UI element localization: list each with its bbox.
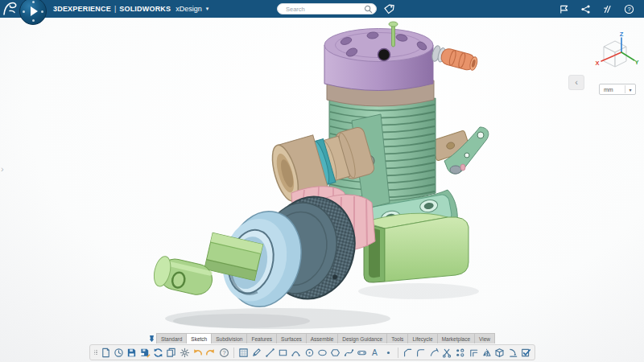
topbar-right-icons: ?	[558, 0, 634, 18]
left-flyout-toggle[interactable]: ›	[1, 164, 4, 174]
tab-assemble[interactable]: Assemble	[306, 333, 338, 343]
brand-title: 3DEXPERIENCE | SOLIDWORKS xDesign ▾	[53, 0, 208, 18]
toolbar-separator	[398, 348, 398, 358]
settings-icon[interactable]	[179, 347, 189, 359]
share-icon[interactable]	[580, 3, 591, 14]
brand-divider: |	[114, 5, 116, 13]
exit-sketch-icon[interactable]	[521, 347, 531, 359]
tab-lifecycle[interactable]: Lifecycle	[407, 333, 436, 343]
3d-viewport[interactable]	[0, 0, 644, 362]
axis-z-label: Z	[620, 31, 624, 38]
top-bar: 3DEXPERIENCE | SOLIDWORKS xDesign ▾	[0, 0, 644, 18]
tab-standard[interactable]: Standard	[156, 333, 186, 343]
pattern-icon[interactable]	[455, 347, 465, 359]
help-icon[interactable]: ?	[623, 3, 634, 14]
spline-icon[interactable]	[343, 347, 353, 359]
app-caret-icon[interactable]: ▾	[206, 6, 209, 12]
redo-icon[interactable]	[205, 347, 216, 359]
tab-marketplace[interactable]: Marketplace	[437, 333, 474, 343]
save-icon[interactable]	[126, 347, 137, 359]
sketch-icon[interactable]	[238, 347, 249, 359]
new-design-icon[interactable]	[100, 347, 110, 359]
part-pressure-fitting[interactable]	[431, 45, 479, 72]
tab-sketch[interactable]: Sketch	[186, 333, 211, 343]
part-cylinder-head[interactable]	[324, 29, 433, 91]
tab-tools[interactable]: Tools	[386, 333, 407, 343]
save-with-options-icon[interactable]	[139, 347, 150, 359]
action-bar-tabs: Standard Sketch Subdivision Features Sur…	[0, 333, 644, 343]
circle-icon[interactable]	[303, 347, 314, 359]
convert-icon[interactable]	[166, 347, 176, 359]
compass-play-icon	[31, 6, 38, 16]
text-icon[interactable]: A	[369, 347, 380, 359]
action-bar-toolbar: ? A	[89, 344, 535, 360]
convert-entities-icon[interactable]	[494, 347, 505, 359]
svg-text:A: A	[372, 348, 378, 357]
panel-collapse-button[interactable]: ‹	[568, 75, 584, 90]
svg-text:?: ?	[222, 349, 225, 356]
tags-icon[interactable]	[383, 3, 395, 15]
tab-surfaces[interactable]: Surfaces	[276, 333, 306, 343]
search-icon[interactable]	[364, 5, 373, 14]
engine-model[interactable]	[151, 22, 489, 315]
chamfer-icon[interactable]	[402, 347, 413, 359]
search-bar[interactable]	[277, 3, 377, 14]
action-bar-pin-icon[interactable]	[149, 335, 155, 343]
arc-icon[interactable]	[291, 347, 301, 359]
history-icon[interactable]	[114, 347, 124, 359]
tab-view[interactable]: View	[474, 333, 495, 343]
3ds-logo-icon[interactable]	[2, 1, 19, 17]
extend-icon[interactable]	[428, 347, 439, 359]
notifications-icon[interactable]	[558, 3, 569, 14]
tab-design-guidance[interactable]: Design Guidance	[337, 333, 386, 343]
ellipse-icon[interactable]	[317, 347, 328, 359]
units-value: mm	[600, 87, 625, 93]
mirror-icon[interactable]	[481, 347, 492, 359]
project-icon[interactable]	[507, 347, 518, 359]
modify-sketch-icon[interactable]	[251, 347, 262, 359]
rectangle-icon[interactable]	[278, 347, 288, 359]
collaboration-icon[interactable]	[601, 3, 613, 14]
app-name[interactable]: xDesign	[175, 5, 202, 13]
brand-right: SOLIDWORKS	[119, 5, 171, 13]
fillet-icon[interactable]	[415, 347, 426, 359]
sync-icon[interactable]	[153, 347, 163, 359]
polygon-icon[interactable]	[330, 347, 341, 359]
brand-left: 3DEXPERIENCE	[53, 5, 111, 13]
axis-y-label: Y	[634, 59, 638, 66]
offset-icon[interactable]	[468, 347, 478, 359]
search-input[interactable]	[284, 5, 364, 14]
toolbar-drag-handle[interactable]	[93, 348, 97, 357]
tab-features[interactable]: Features	[246, 333, 276, 343]
toolbar-help-icon[interactable]: ?	[218, 347, 229, 359]
trim-icon[interactable]	[442, 347, 452, 359]
toolbar-separator	[233, 348, 234, 358]
units-dropdown[interactable]: mm ▾	[599, 84, 636, 95]
line-icon[interactable]	[264, 347, 275, 359]
application-window: { "app": { "brand_left": "3DEXPERIENCE",…	[0, 0, 644, 362]
undo-icon[interactable]	[192, 347, 203, 359]
view-cube[interactable]: Z X Y	[588, 31, 639, 84]
units-caret-icon: ▾	[625, 87, 635, 93]
slot-icon[interactable]	[357, 347, 367, 359]
tab-subdivision[interactable]: Subdivision	[211, 333, 246, 343]
svg-text:?: ?	[627, 6, 630, 13]
axis-x-label: X	[595, 60, 599, 67]
point-icon[interactable]	[382, 347, 393, 359]
